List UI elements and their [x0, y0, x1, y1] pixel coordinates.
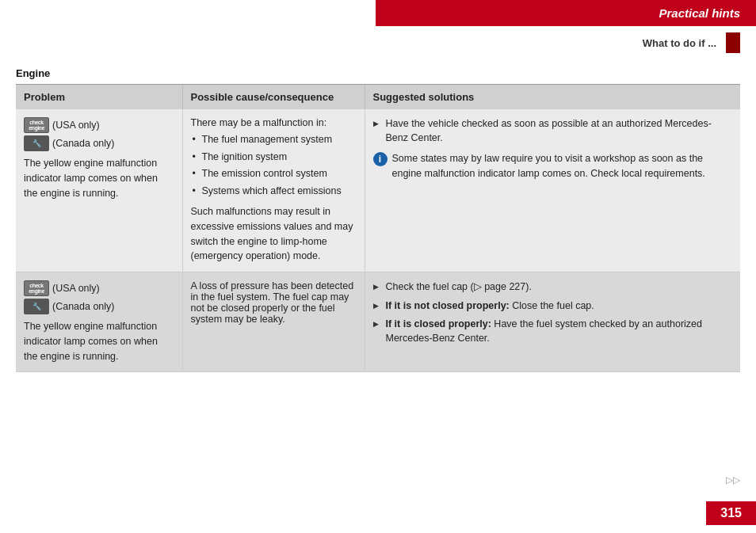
- engine-table: Problem Possible cause/consequence Sugge…: [16, 85, 740, 372]
- problem-desc-1: The yellow engine malfunction indicator …: [24, 156, 174, 200]
- section-title: Engine: [16, 67, 740, 79]
- page-number: 315: [706, 501, 756, 525]
- usa-label-2: (USA only): [52, 283, 100, 294]
- solution-list-2: Check the fuel cap (▷ page 227). If it i…: [373, 280, 733, 345]
- practical-hints-label: Practical hints: [659, 6, 740, 20]
- cause-item: Systems which affect emissions: [191, 185, 357, 199]
- solution-item: If it is closed properly: Have the fuel …: [373, 318, 733, 345]
- what-to-do-bar: What to do if ...: [376, 26, 756, 59]
- practical-hints-bar: Practical hints: [376, 0, 756, 26]
- cause-cell-1: There may be a malfunction in: The fuel …: [182, 109, 365, 272]
- bold-text: If it is closed properly:: [386, 318, 491, 329]
- header: Practical hints What to do if ...: [376, 0, 756, 59]
- cause-item: The ignition system: [191, 150, 357, 165]
- solution-item: If it is not closed properly: Close the …: [373, 299, 733, 314]
- red-block-decoration: [726, 32, 740, 53]
- bold-text: If it is not closed properly:: [386, 300, 510, 311]
- col-header-cause: Possible cause/consequence: [182, 85, 365, 109]
- problem-cell-1: checkengine (USA only) 🔧 (Canada only) T…: [16, 109, 182, 272]
- table-row: checkengine (USA only) 🔧 (Canada only) T…: [16, 109, 740, 272]
- cause-cell-2: A loss of pressure has been detected in …: [182, 272, 365, 372]
- icon-line-canada-2: 🔧 (Canada only): [24, 299, 174, 314]
- info-icon-1: i: [373, 152, 388, 166]
- col-header-problem: Problem: [16, 85, 182, 109]
- col-header-solution: Suggested solutions: [365, 85, 740, 109]
- cause-intro-1: There may be a malfunction in:: [191, 117, 357, 128]
- check-engine-icon-1: checkengine: [24, 117, 49, 133]
- usa-label-1: (USA only): [52, 120, 100, 131]
- cause-intro-2: A loss of pressure has been detected in …: [191, 280, 357, 325]
- icon-line-usa-2: checkengine (USA only): [24, 280, 174, 296]
- table-row: checkengine (USA only) 🔧 (Canada only) T…: [16, 272, 740, 372]
- solution-list-1: Have the vehicle checked as soon as poss…: [373, 117, 733, 145]
- icon-line-usa: checkengine (USA only): [24, 117, 174, 133]
- problem-desc-2: The yellow engine malfunction indicator …: [24, 319, 174, 364]
- table-header-row: Problem Possible cause/consequence Sugge…: [16, 85, 740, 109]
- page-number-area: 315: [706, 501, 756, 525]
- canada-label-1: (Canada only): [52, 138, 115, 149]
- solution-cell-2: Check the fuel cap (▷ page 227). If it i…: [365, 272, 740, 372]
- check-engine-icon-2: checkengine: [24, 280, 49, 296]
- nav-arrows: ▷▷: [726, 474, 740, 485]
- main-content: Engine Problem Possible cause/consequenc…: [0, 67, 756, 388]
- cause-note-1: Such malfunctions may result in excessiv…: [191, 204, 357, 264]
- cause-item: The fuel management system: [191, 133, 357, 147]
- engine-icon-canada-2: 🔧: [24, 299, 49, 314]
- solution-cell-1: Have the vehicle checked as soon as poss…: [365, 109, 740, 272]
- cause-item: The emission control system: [191, 167, 357, 181]
- canada-label-2: (Canada only): [52, 301, 115, 312]
- icon-line-canada: 🔧 (Canada only): [24, 135, 174, 151]
- what-to-do-label: What to do if ...: [643, 37, 716, 49]
- info-box-1: i Some states may by law require you to …: [373, 151, 733, 181]
- solution-item: Check the fuel cap (▷ page 227).: [373, 280, 733, 295]
- info-text-1: Some states may by law require you to vi…: [392, 151, 733, 181]
- problem-cell-2: checkengine (USA only) 🔧 (Canada only) T…: [16, 272, 182, 372]
- solution-item: Have the vehicle checked as soon as poss…: [373, 117, 733, 145]
- engine-icon-canada-1: 🔧: [24, 135, 49, 151]
- cause-list-1: The fuel management system The ignition …: [191, 133, 357, 198]
